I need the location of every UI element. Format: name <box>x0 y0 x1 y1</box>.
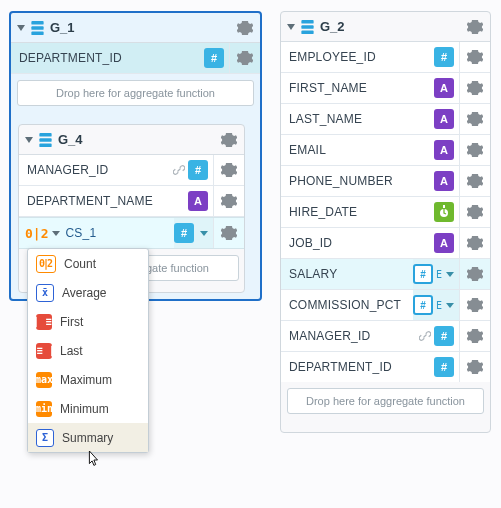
group-header[interactable]: G_4 <box>19 125 244 155</box>
column-row[interactable]: DEPARTMENT_ID# <box>281 352 490 382</box>
column-label: JOB_ID <box>289 236 434 250</box>
type-number-icon[interactable]: # <box>434 47 454 67</box>
type-number-icon[interactable]: # <box>204 48 224 68</box>
sum-icon: Σ <box>36 429 54 447</box>
type-number-icon[interactable]: # <box>174 223 194 243</box>
gear-icon[interactable] <box>467 19 483 35</box>
gear-icon[interactable] <box>221 162 237 178</box>
type-number-icon[interactable]: # <box>188 160 208 180</box>
group-g2[interactable]: G_2 EMPLOYEE_ID#FIRST_NAMEALAST_NAMEAEMA… <box>280 11 491 433</box>
gear-icon[interactable] <box>467 49 483 65</box>
svg-rect-5 <box>39 143 51 147</box>
computed-column-row[interactable]: 0|2 CS_1 # <box>19 217 244 249</box>
column-label: LAST_NAME <box>289 112 434 126</box>
gear-icon[interactable] <box>467 235 483 251</box>
column-row[interactable]: EMAILA <box>281 135 490 166</box>
gear-icon[interactable] <box>467 328 483 344</box>
chevron-down-icon[interactable] <box>52 231 60 236</box>
column-row[interactable]: FIRST_NAMEA <box>281 73 490 104</box>
column-row[interactable]: HIRE_DATE <box>281 197 490 228</box>
collapse-toggle-icon[interactable] <box>287 24 295 30</box>
type-string-icon[interactable]: A <box>188 191 208 211</box>
group-title: G_2 <box>320 19 460 34</box>
column-label: DEPARTMENT_ID <box>19 51 204 65</box>
link-icon <box>419 330 431 342</box>
svg-rect-1 <box>31 26 43 30</box>
column-row[interactable]: SALARY#E <box>281 259 490 290</box>
column-row[interactable]: MANAGER_ID# <box>281 321 490 352</box>
column-row[interactable]: EMPLOYEE_ID# <box>281 42 490 73</box>
type-dropdown-icon[interactable] <box>446 272 454 277</box>
group-header[interactable]: G_2 <box>281 12 490 42</box>
collapse-toggle-icon[interactable] <box>25 137 33 143</box>
menu-item-first[interactable]: ⎸≡First <box>28 307 148 336</box>
gear-icon[interactable] <box>467 142 483 158</box>
svg-rect-10 <box>443 205 445 208</box>
gear-icon[interactable] <box>237 50 253 66</box>
column-row[interactable]: COMMISSION_PCT#E <box>281 290 490 321</box>
column-row[interactable]: LAST_NAMEA <box>281 104 490 135</box>
type-string-icon[interactable]: A <box>434 140 454 160</box>
type-number-icon[interactable]: # <box>434 326 454 346</box>
group-title: G_1 <box>50 20 230 35</box>
gear-icon[interactable] <box>221 225 237 241</box>
dataset-icon <box>301 20 314 34</box>
menu-item-label: First <box>60 315 83 329</box>
type-string-icon[interactable]: A <box>434 109 454 129</box>
menu-item-min[interactable]: minMinimum <box>28 394 148 423</box>
aggregate-drop-zone[interactable]: Drop here for aggregate function <box>17 80 254 106</box>
gear-icon[interactable] <box>467 297 483 313</box>
link-icon <box>173 164 185 176</box>
aggregate-drop-zone[interactable]: Drop here for aggregate function <box>287 388 484 414</box>
type-number-icon[interactable]: # <box>434 357 454 377</box>
aggregate-drop-zone-truncated[interactable]: gate function <box>139 255 239 281</box>
pointer-cursor-icon <box>84 449 102 471</box>
menu-item-label: Minimum <box>60 402 109 416</box>
menu-item-avg[interactable]: x̄Average <box>28 278 148 307</box>
collapse-toggle-icon[interactable] <box>17 25 25 31</box>
stage: G_1 DEPARTMENT_ID # Drop here for aggreg… <box>0 0 501 508</box>
column-row[interactable]: JOB_IDA <box>281 228 490 259</box>
type-dropdown-icon[interactable] <box>446 303 454 308</box>
column-label: HIRE_DATE <box>289 205 434 219</box>
gear-icon[interactable] <box>467 266 483 282</box>
gear-icon[interactable] <box>467 359 483 375</box>
sigma-icon: 0|2 <box>25 226 48 241</box>
count-icon: 0|2 <box>36 255 56 273</box>
min-icon: min <box>36 401 52 417</box>
gear-icon[interactable] <box>467 80 483 96</box>
gear-icon[interactable] <box>221 193 237 209</box>
menu-item-label: Maximum <box>60 373 112 387</box>
last-icon: ≡⎹ <box>36 343 52 359</box>
column-row-department-name[interactable]: DEPARTMENT_NAME A <box>19 186 244 217</box>
column-label: MANAGER_ID <box>289 329 421 343</box>
column-row-manager-id[interactable]: MANAGER_ID # <box>19 155 244 186</box>
gear-icon[interactable] <box>237 20 253 36</box>
gear-icon[interactable] <box>221 132 237 148</box>
format-e-label: E <box>436 269 441 280</box>
type-dropdown-icon[interactable] <box>200 231 208 236</box>
type-number-formula-icon[interactable]: # <box>413 295 433 315</box>
type-date-icon[interactable] <box>434 202 454 222</box>
first-icon: ⎸≡ <box>36 314 52 330</box>
type-string-icon[interactable]: A <box>434 78 454 98</box>
gear-icon[interactable] <box>467 204 483 220</box>
type-number-formula-icon[interactable]: # <box>413 264 433 284</box>
menu-item-count[interactable]: 0|2Count <box>28 249 148 278</box>
svg-rect-8 <box>301 30 313 34</box>
svg-rect-3 <box>39 133 51 137</box>
svg-rect-4 <box>39 138 51 142</box>
type-string-icon[interactable]: A <box>434 171 454 191</box>
menu-item-last[interactable]: ≡⎹Last <box>28 336 148 365</box>
dataset-icon <box>39 133 52 147</box>
gear-icon[interactable] <box>467 111 483 127</box>
gear-icon[interactable] <box>467 173 483 189</box>
menu-item-sum[interactable]: ΣSummary <box>28 423 148 452</box>
type-string-icon[interactable]: A <box>434 233 454 253</box>
dataset-icon <box>31 21 44 35</box>
column-label: SALARY <box>289 267 413 281</box>
column-row-department-id[interactable]: DEPARTMENT_ID # <box>11 43 260 74</box>
group-header[interactable]: G_1 <box>11 13 260 43</box>
menu-item-max[interactable]: maxMaximum <box>28 365 148 394</box>
column-row[interactable]: PHONE_NUMBERA <box>281 166 490 197</box>
